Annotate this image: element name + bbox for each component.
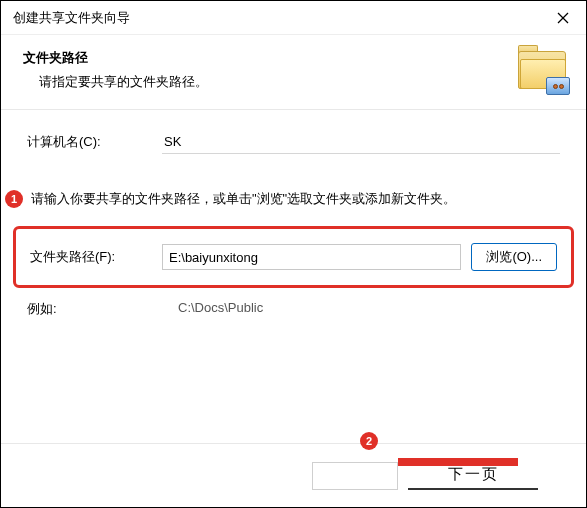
back-button[interactable]: < 上 xyxy=(312,462,398,490)
annotation-badge-2: 2 xyxy=(360,432,378,450)
close-button[interactable] xyxy=(540,1,586,35)
annotation-badge-1: 1 xyxy=(5,190,23,208)
wizard-footer: 2 < 上 下一页 xyxy=(1,443,586,507)
next-button-wrap: 下一页 xyxy=(408,462,538,490)
header-title: 文件夹路径 xyxy=(23,49,518,67)
header-subtitle: 请指定要共享的文件夹路径。 xyxy=(23,73,518,91)
browse-button[interactable]: 浏览(O)... xyxy=(471,243,557,271)
computer-name-value: SK xyxy=(162,130,560,154)
wizard-window: 创建共享文件夹向导 文件夹路径 请指定要共享的文件夹路径。 计算机名(C): S… xyxy=(0,0,587,508)
computer-name-label: 计算机名(C): xyxy=(27,133,162,151)
example-row: 例如: C:\Docs\Public xyxy=(27,300,560,318)
folder-path-label: 文件夹路径(F): xyxy=(30,248,152,266)
wizard-header: 文件夹路径 请指定要共享的文件夹路径。 xyxy=(1,35,586,109)
shared-folder-icon xyxy=(518,49,568,93)
example-value: C:\Docs\Public xyxy=(178,300,263,318)
titlebar: 创建共享文件夹向导 xyxy=(1,1,586,35)
annotation-strike xyxy=(398,458,518,466)
close-icon xyxy=(557,12,569,24)
instruction-row: 1 请输入你要共享的文件夹路径，或单击"浏览"选取文件夹或添加新文件夹。 xyxy=(7,190,560,208)
example-label: 例如: xyxy=(27,300,178,318)
instruction-text: 请输入你要共享的文件夹路径，或单击"浏览"选取文件夹或添加新文件夹。 xyxy=(31,190,560,208)
header-text: 文件夹路径 请指定要共享的文件夹路径。 xyxy=(23,49,518,91)
content-area: 计算机名(C): SK 1 请输入你要共享的文件夹路径，或单击"浏览"选取文件夹… xyxy=(1,110,586,443)
next-button[interactable]: 下一页 xyxy=(408,462,538,490)
path-highlight-box: 文件夹路径(F): 浏览(O)... xyxy=(13,226,574,288)
window-title: 创建共享文件夹向导 xyxy=(13,9,130,27)
computer-name-row: 计算机名(C): SK xyxy=(27,130,560,154)
folder-path-input[interactable] xyxy=(162,244,461,270)
